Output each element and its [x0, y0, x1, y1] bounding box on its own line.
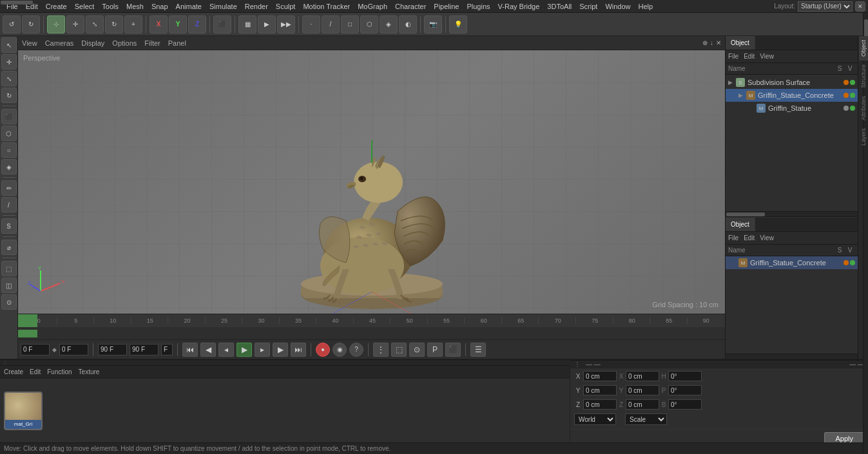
- prev-key-btn[interactable]: ◂: [218, 343, 234, 357]
- obj-view-menu[interactable]: View: [760, 53, 774, 60]
- obj-scrollbar-h[interactable]: [726, 211, 858, 216]
- go-end-btn[interactable]: ⏭: [291, 343, 306, 357]
- lt-scale-btn[interactable]: ⤡: [1, 71, 17, 86]
- menu-script[interactable]: Script: [575, 0, 601, 13]
- redo-btn[interactable]: ↻: [22, 15, 40, 33]
- menu-render[interactable]: Render: [241, 0, 272, 13]
- menu-plugins[interactable]: Plugins: [463, 0, 494, 13]
- fps-value-field[interactable]: [161, 344, 173, 355]
- lt-s-btn[interactable]: S: [1, 218, 17, 234]
- prev-frame-btn[interactable]: ◀: [200, 343, 216, 357]
- scale-tool-btn[interactable]: ⤡: [86, 15, 104, 33]
- cameras-menu[interactable]: Cameras: [45, 39, 74, 47]
- mat-create-menu[interactable]: Create: [4, 368, 23, 375]
- view-menu[interactable]: View: [22, 39, 37, 47]
- tab-object[interactable]: Object: [726, 36, 755, 50]
- coord-z-pos[interactable]: [583, 399, 617, 410]
- workplane-btn[interactable]: ⬛: [213, 15, 231, 33]
- x-axis-btn[interactable]: X: [149, 15, 168, 33]
- mat-edit-menu[interactable]: Edit: [30, 368, 41, 375]
- coord-y-val2[interactable]: [626, 385, 659, 395]
- viewport-icon-move[interactable]: ⊕: [702, 39, 708, 46]
- next-key-btn[interactable]: ▸: [255, 343, 270, 357]
- lt-poly-btn[interactable]: /: [1, 197, 17, 213]
- timeline-track[interactable]: [18, 327, 725, 340]
- coord-y-pos[interactable]: [583, 385, 617, 395]
- key-btn-6[interactable]: ☰: [470, 343, 486, 357]
- poly-mode-btn[interactable]: □: [341, 15, 359, 33]
- coord-world-select[interactable]: World Local: [574, 413, 616, 425]
- attr-tree-item-concrete[interactable]: M Griffin_Statue_Concrete: [726, 256, 858, 269]
- attr-view-menu[interactable]: View: [760, 234, 774, 241]
- key-btn-1[interactable]: ⋮: [373, 343, 389, 357]
- undo-btn[interactable]: ↺: [3, 15, 21, 33]
- tree-item-concrete[interactable]: ▶ M Griffin_Statue_Concrete: [726, 89, 858, 102]
- uv-mode-btn[interactable]: ⬡: [360, 15, 378, 33]
- light-btn[interactable]: 💡: [449, 15, 467, 33]
- menu-select[interactable]: Select: [71, 0, 99, 13]
- menu-simulate[interactable]: Simulate: [206, 0, 241, 13]
- attr-file-menu[interactable]: File: [728, 234, 738, 241]
- viewport-icon-down[interactable]: ↓: [710, 39, 713, 46]
- coord-y-p[interactable]: [668, 385, 702, 395]
- obj-file-menu[interactable]: File: [728, 53, 738, 60]
- mat-handle[interactable]: ⋮: [0, 359, 570, 366]
- render-region-btn[interactable]: ▦: [238, 15, 256, 33]
- menu-pipeline[interactable]: Pipeline: [430, 0, 463, 13]
- record-btn[interactable]: ●: [316, 343, 330, 357]
- y-axis-btn[interactable]: Y: [169, 15, 187, 33]
- lt-brush-btn[interactable]: ⌀: [1, 240, 17, 255]
- display-menu[interactable]: Display: [81, 39, 104, 47]
- key-btn-2[interactable]: ⬚: [391, 343, 407, 357]
- key-btn-5[interactable]: ⬛: [445, 343, 461, 357]
- menu-character[interactable]: Character: [391, 0, 430, 13]
- options-menu[interactable]: Options: [112, 39, 137, 47]
- go-start-btn[interactable]: ⏮: [182, 343, 198, 357]
- obj-edit-menu[interactable]: Edit: [744, 53, 755, 60]
- tab-attr[interactable]: Object: [726, 218, 755, 231]
- coord-x-val2[interactable]: [626, 371, 659, 381]
- menu-snap[interactable]: Snap: [148, 0, 172, 13]
- transform-tool-btn[interactable]: +: [124, 15, 142, 33]
- camera-btn[interactable]: 📷: [424, 15, 442, 33]
- attr-edit-menu[interactable]: Edit: [744, 234, 755, 241]
- texture-mode-btn[interactable]: ◈: [380, 15, 398, 33]
- menu-animate[interactable]: Animate: [172, 0, 206, 13]
- coord-z-val2[interactable]: [626, 399, 659, 410]
- fps-start-field[interactable]: [98, 344, 127, 355]
- lt-rotate-btn[interactable]: ↻: [1, 88, 17, 103]
- coord-z-b[interactable]: [668, 399, 702, 410]
- rvt-layers[interactable]: Layers: [859, 124, 868, 149]
- rvt-attributes[interactable]: Attributes: [859, 92, 868, 124]
- rvt-object[interactable]: Object: [859, 36, 868, 61]
- current-frame-field[interactable]: [21, 344, 50, 355]
- z-axis-btn[interactable]: Z: [188, 15, 206, 33]
- lt-move-btn[interactable]: ✛: [1, 54, 17, 70]
- next-frame-btn[interactable]: ▶: [273, 343, 288, 357]
- menu-3dtoall[interactable]: 3DToAll: [543, 0, 575, 13]
- menu-vray-bridge[interactable]: V-Ray Bridge: [494, 0, 544, 13]
- select-tool-btn[interactable]: ⊹: [47, 15, 65, 33]
- menu-tools[interactable]: Tools: [98, 0, 122, 13]
- fps-end-field[interactable]: [130, 344, 159, 355]
- attr-scrollbar-h[interactable]: [726, 354, 858, 359]
- points-mode-btn[interactable]: ·: [302, 15, 320, 33]
- timeline-ruler[interactable]: 0 5 10 15 20 25 30 35 40 45 50 55 60 65: [18, 314, 725, 327]
- menu-create[interactable]: Create: [42, 0, 71, 13]
- coord-scale-select[interactable]: Scale: [625, 413, 667, 425]
- render-view-btn[interactable]: ▶: [258, 15, 276, 33]
- key-btn-4[interactable]: P: [427, 343, 443, 357]
- lt-layer-btn[interactable]: ◫: [1, 278, 17, 293]
- rvt-structure[interactable]: Structure: [859, 61, 868, 92]
- coord-x-pos[interactable]: [583, 371, 617, 381]
- lt-surface-btn[interactable]: ⬡: [1, 126, 17, 141]
- coord-x-h[interactable]: [668, 371, 702, 381]
- sculpt-mode-btn[interactable]: ◐: [399, 15, 417, 33]
- filter-menu[interactable]: Filter: [144, 39, 160, 47]
- lt-pointer-btn[interactable]: ↖: [1, 37, 17, 53]
- mat-thumbnail-1[interactable]: mat_Gri: [4, 392, 43, 430]
- menu-mograph[interactable]: MoGraph: [354, 0, 391, 13]
- lt-cube-btn[interactable]: ⬛: [1, 109, 17, 124]
- menu-window[interactable]: Window: [601, 0, 634, 13]
- menu-mesh[interactable]: Mesh: [122, 0, 148, 13]
